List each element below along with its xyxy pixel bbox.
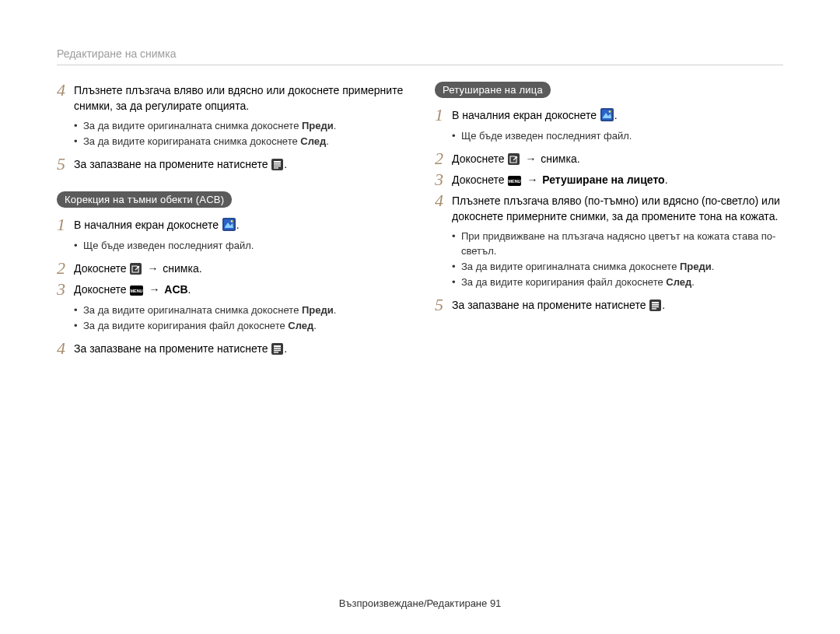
bullet-list: За да видите оригиналната снимка докосне… (57, 118, 405, 149)
step-number: 2 (57, 260, 74, 277)
step-text: За запазване на промените натиснете . (452, 297, 665, 313)
r-step-5: 5 За запазване на промените натиснете . (435, 297, 783, 313)
svg-rect-19 (508, 153, 520, 165)
edit-photo-app-icon (600, 108, 614, 121)
svg-rect-24 (652, 304, 659, 306)
open-file-icon (508, 153, 520, 165)
svg-rect-4 (274, 167, 278, 168)
arrow-icon: → (527, 173, 537, 186)
step-number: 4 (57, 82, 74, 99)
r-step-3: 3 Докоснете MENU → Ретуширане на лицето. (435, 172, 783, 188)
step-text: Докоснете MENU → ACB. (74, 282, 191, 297)
step-number: 3 (435, 171, 452, 188)
arrow-icon: → (147, 262, 158, 275)
open-file-icon (130, 263, 142, 275)
page-footer: Възпроизвеждане/Редактиране 91 (0, 597, 840, 609)
step-text: Докоснете → снимка. (452, 151, 580, 166)
step-4: 4 Плъзнете плъзгача вляво или вдясно или… (57, 82, 405, 114)
svg-rect-23 (652, 302, 659, 303)
bullet-item: За да видите коригираната снимка докосне… (74, 134, 405, 149)
svg-rect-25 (652, 306, 659, 308)
menu-icon: MENU (508, 176, 521, 186)
r-step-1: 1 В началния екран докоснете . (435, 107, 783, 124)
edit-photo-app-icon (222, 218, 236, 231)
bullet-item: За да видите оригиналната снимка докосне… (74, 303, 405, 317)
step-text: Плъзнете плъзгача вляво (по-тъмно) или в… (452, 193, 783, 224)
svg-rect-2 (274, 163, 281, 165)
svg-rect-14 (274, 350, 281, 352)
step-5: 5 За запазване на промените натиснете . (57, 156, 405, 173)
arrow-icon: → (149, 283, 159, 296)
step-number: 2 (435, 150, 452, 167)
menu-icon: MENU (130, 285, 143, 296)
step-number: 5 (57, 156, 74, 173)
acb-step-2: 2 Докоснете → снимка. (57, 261, 405, 277)
svg-rect-26 (652, 308, 656, 309)
svg-rect-13 (274, 348, 281, 349)
bullet-item: За да видите коригирания файл докоснете … (74, 318, 405, 333)
step-number: 1 (57, 216, 74, 233)
step-number: 5 (435, 296, 452, 313)
section-pill-retouch: Ретуширане на лица (435, 82, 551, 98)
right-column: Ретуширане на лица 1 В началния екран до… (435, 82, 783, 362)
bullet-item: За да видите оригиналната снимка докосне… (452, 259, 783, 274)
svg-rect-3 (274, 166, 281, 167)
step-text: За запазване на промените натиснете . (74, 341, 287, 356)
bullet-list: Ще бъде изведен последният файл. (435, 128, 783, 143)
acb-step-4: 4 За запазване на промените натиснете . (57, 341, 405, 357)
svg-text:MENU: MENU (509, 179, 521, 184)
r-step-2: 2 Докоснете → снимка. (435, 151, 783, 167)
step-number: 4 (57, 340, 74, 357)
arrow-icon: → (525, 152, 536, 165)
svg-rect-8 (130, 263, 142, 275)
step-text: Докоснете → снимка. (74, 261, 202, 276)
bullet-item: За да видите коригирания файл докоснете … (452, 275, 783, 289)
save-icon (271, 159, 283, 170)
r-step-4: 4 Плъзнете плъзгача вляво (по-тъмно) или… (435, 193, 783, 224)
svg-point-18 (608, 110, 611, 113)
svg-rect-1 (274, 161, 281, 163)
step-number: 4 (435, 192, 452, 209)
bullet-item: Ще бъде изведен последният файл. (452, 128, 783, 143)
step-number: 1 (435, 107, 452, 124)
acb-step-1: 1 В началния екран докоснете . (57, 217, 405, 233)
bullet-list: Ще бъде изведен последният файл. (57, 238, 405, 253)
header-rule (57, 65, 783, 65)
svg-rect-12 (274, 345, 281, 347)
acb-step-3: 3 Докоснете MENU → ACB. (57, 282, 405, 298)
step-text: Плъзнете плъзгача вляво или вдясно или д… (74, 82, 405, 114)
left-column: 4 Плъзнете плъзгача вляво или вдясно или… (57, 82, 405, 362)
svg-rect-15 (274, 352, 278, 352)
save-icon (271, 343, 283, 355)
bullet-item: Ще бъде изведен последният файл. (74, 238, 405, 253)
step-text: За запазване на промените натиснете . (74, 156, 287, 172)
svg-point-7 (230, 220, 233, 222)
step-number: 3 (57, 281, 74, 298)
svg-text:MENU: MENU (131, 289, 143, 293)
step-text: В началния екран докоснете . (74, 217, 240, 233)
save-icon (649, 299, 661, 311)
step-text: Докоснете MENU → Ретуширане на лицето. (452, 172, 668, 187)
step-text: В началния екран докоснете . (452, 107, 618, 123)
bullet-item: За да видите оригиналната снимка докосне… (74, 118, 405, 133)
bullet-list: За да видите оригиналната снимка докосне… (57, 303, 405, 333)
section-pill-acb: Корекция на тъмни обекти (ACB) (57, 191, 232, 208)
bullet-item: При придвижване на плъзгача надясно цвет… (452, 229, 783, 258)
bullet-list: При придвижване на плъзгача надясно цвет… (435, 229, 783, 289)
page-title: Редактиране на снимка (57, 47, 783, 60)
